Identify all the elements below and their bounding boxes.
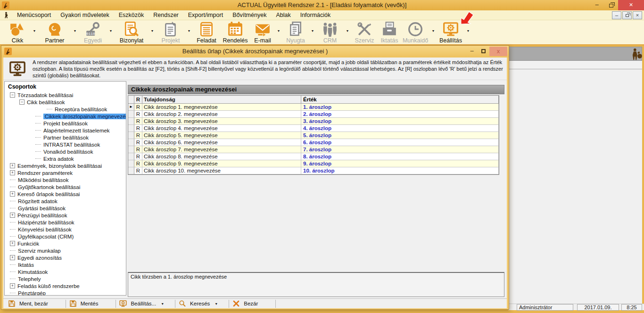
tree-item-12[interactable]: Működési beállítások: [7, 176, 126, 183]
ribbon-item-rendeles[interactable]: Rendelés: [221, 21, 250, 44]
expand-icon[interactable]: +: [10, 213, 15, 218]
cell-value[interactable]: 8. ároszlop: [301, 153, 499, 160]
expand-icon[interactable]: +: [10, 191, 15, 197]
chevron-down-icon[interactable]: ▼: [215, 302, 223, 305]
ribbon-item-szerviz[interactable]: Szerviz: [351, 21, 378, 44]
tree-item-3[interactable]: Cikkek ároszlopainak megnevezései: [7, 113, 126, 120]
tree-item-5[interactable]: Alapértelmezett listaelemek: [7, 127, 126, 134]
ribbon-item-crm[interactable]: CRM▼: [316, 21, 351, 44]
expand-icon[interactable]: +: [10, 170, 15, 175]
toolbar-button-bezar[interactable]: Bezár: [231, 299, 274, 308]
chevron-down-icon[interactable]: ▼: [309, 29, 316, 33]
collapse-icon[interactable]: −: [19, 99, 25, 105]
ribbon-item-munkaido[interactable]: Munkaidő▼: [401, 21, 437, 44]
menu-item-4[interactable]: Export/import: [183, 10, 228, 20]
window-close-button[interactable]: ×: [618, 0, 644, 10]
mdi-minimize-button[interactable]: –: [612, 11, 621, 19]
ribbon-item-iktatas[interactable]: Iktatás: [378, 21, 401, 44]
ribbon-item-partner[interactable]: Partner▼: [38, 21, 78, 44]
menu-item-1[interactable]: Gyakori műveletek: [56, 10, 114, 20]
table-row[interactable]: RCikk ároszlop 4. megnevezése4. ároszlop: [128, 125, 499, 132]
menu-item-2[interactable]: Eszközök: [114, 10, 149, 20]
cell-value[interactable]: 9. ároszlop: [301, 160, 499, 167]
cell-value[interactable]: 1. ároszlop: [301, 104, 499, 111]
chevron-down-icon[interactable]: ▼: [72, 29, 78, 33]
tree-item-19[interactable]: Könyvelési beállítások: [7, 226, 126, 233]
tree-item-26[interactable]: Telephely: [7, 275, 126, 282]
chevron-down-icon[interactable]: ▼: [107, 29, 114, 33]
menu-item-6[interactable]: Ablak: [271, 10, 295, 20]
expand-icon[interactable]: +: [10, 163, 15, 168]
chevron-down-icon[interactable]: ▼: [149, 29, 156, 33]
chevron-down-icon[interactable]: ▼: [31, 29, 38, 33]
chevron-down-icon[interactable]: ▼: [465, 29, 471, 33]
cell-value[interactable]: 3. ároszlop: [301, 118, 499, 125]
tree-item-27[interactable]: +Feladás külső rendszerbe: [7, 282, 126, 289]
ribbon-item-feladat[interactable]: Feladat: [192, 21, 221, 44]
table-row[interactable]: RCikk ároszlop 3. megnevezése3. ároszlop: [128, 118, 499, 125]
chevron-down-icon[interactable]: ▼: [275, 29, 282, 33]
dialog-maximize-button[interactable]: [478, 47, 488, 56]
expand-icon[interactable]: +: [10, 255, 15, 260]
tree-item-6[interactable]: Partner beállítások: [7, 134, 126, 141]
table-row[interactable]: ►RCikk ároszlop 1. megnevezése1. ároszlo…: [128, 104, 499, 111]
tree-item-4[interactable]: Projekt beállítások: [7, 120, 126, 127]
tree-item-25[interactable]: Kimutatások: [7, 268, 126, 275]
menu-item-5[interactable]: Bővítmények: [228, 10, 271, 20]
expand-icon[interactable]: +: [10, 241, 15, 246]
table-row[interactable]: RCikk ároszlop 5. megnevezése5. ároszlop: [128, 132, 499, 139]
table-row[interactable]: RCikk ároszlop 2. megnevezése2. ároszlop: [128, 111, 499, 118]
tree-item-8[interactable]: Vonalkód beállítások: [7, 148, 126, 155]
ribbon-item-cikk[interactable]: Cikk▼: [4, 21, 38, 44]
cell-value[interactable]: 5. ároszlop: [301, 132, 499, 139]
ribbon-item-email[interactable]: E-mail▼: [250, 21, 282, 44]
toolbar-button-kereses[interactable]: Keresés▼: [177, 299, 227, 308]
chevron-down-icon[interactable]: ▼: [161, 302, 169, 305]
mdi-restore-button[interactable]: [622, 11, 632, 19]
ribbon-item-bizonylat[interactable]: Bizonylat▼: [114, 21, 156, 44]
chevron-down-icon[interactable]: ▼: [186, 29, 192, 33]
tree-item-9[interactable]: Extra adatok: [7, 155, 126, 162]
window-minimize-button[interactable]: –: [590, 0, 604, 10]
tree-item-16[interactable]: Gyártási beállítások: [7, 205, 126, 212]
tree-item-23[interactable]: +Egyedi azonosítás: [7, 254, 126, 261]
tree-item-7[interactable]: INTRASTAT beállítások: [7, 141, 126, 148]
tree-item-28[interactable]: Pénztárgép: [7, 289, 126, 296]
tree-item-10[interactable]: +Események, bizonylatok beállításai: [7, 162, 126, 169]
tree-item-24[interactable]: Iktatás: [7, 261, 126, 268]
expand-icon[interactable]: +: [10, 283, 15, 288]
tree-item-14[interactable]: +Kereső űrlapok beállításai: [7, 190, 126, 198]
tree-item-13[interactable]: Gyűjtőkartonok beállításai: [7, 183, 126, 190]
tree-item-11[interactable]: +Rendszer paraméterek: [7, 169, 126, 176]
tree-item-1[interactable]: −Cikk beállítások: [7, 99, 126, 106]
chevron-down-icon[interactable]: ▼: [430, 29, 437, 33]
mdi-close-button[interactable]: ×: [633, 11, 642, 19]
menu-item-0[interactable]: Menücsoport: [12, 10, 56, 20]
tree-item-2[interactable]: Receptúra beállítások: [7, 106, 126, 113]
dialog-close-button[interactable]: x: [489, 47, 507, 56]
toolbar-button-mentes[interactable]: Mentés: [67, 299, 115, 308]
table-row[interactable]: RCikk ároszlop 8. megnevezése8. ároszlop: [128, 153, 499, 160]
window-restore-button[interactable]: [604, 0, 618, 10]
cell-value[interactable]: 6. ároszlop: [301, 139, 499, 146]
collapse-icon[interactable]: −: [10, 92, 15, 98]
table-row[interactable]: RCikk ároszlop 6. megnevezése6. ároszlop: [128, 139, 499, 146]
tree-item-18[interactable]: Házipénztár beállítások: [7, 219, 126, 226]
tree-item-0[interactable]: −Törzsadatok beállításai: [7, 91, 126, 99]
cell-value[interactable]: 7. ároszlop: [301, 146, 499, 153]
toolbar-button-ment-bezar[interactable]: Ment, bezár: [6, 299, 64, 308]
dialog-minimize-button[interactable]: –: [467, 47, 477, 56]
toolbar-button-beallitas[interactable]: Beállítás...▼: [117, 299, 173, 308]
tree-item-21[interactable]: +Funkciók: [7, 240, 126, 247]
ribbon-item-nyugta[interactable]: Nyugta▼: [282, 21, 316, 44]
tree-item-17[interactable]: +Pénzügyi beállítások: [7, 212, 126, 219]
menu-item-3[interactable]: Rendszer: [149, 10, 183, 20]
chevron-down-icon[interactable]: ▼: [344, 29, 351, 33]
tree-item-15[interactable]: Rögzített adatok: [7, 198, 126, 205]
tree-item-22[interactable]: Szerviz munkalap: [7, 247, 126, 254]
cell-value[interactable]: 4. ároszlop: [301, 125, 499, 132]
menu-item-7[interactable]: Információk: [296, 10, 336, 20]
ribbon-item-projekt[interactable]: Projekt▼: [156, 21, 192, 44]
cell-value[interactable]: 10. ároszlop: [301, 167, 499, 174]
table-row[interactable]: RCikk ároszlop 9. megnevezése9. ároszlop: [128, 160, 499, 167]
